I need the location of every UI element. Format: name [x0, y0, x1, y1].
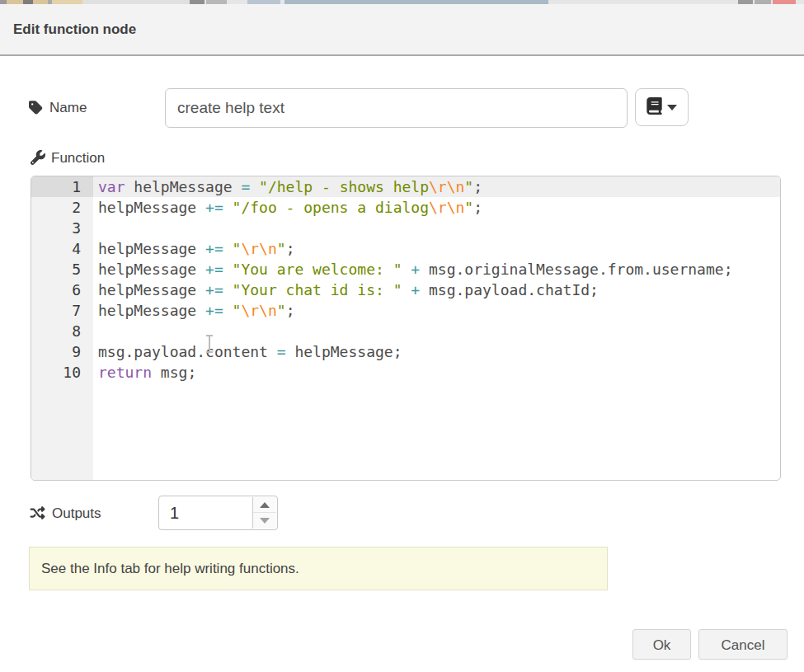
form-tip-text: See the Info tab for help writing functi…: [41, 561, 299, 577]
editor-code[interactable]: var helpMessage = "/help - shows help\r\…: [93, 176, 780, 480]
cancel-button[interactable]: Cancel: [698, 629, 788, 660]
code-line[interactable]: helpMessage += "Your chat id is: " + msg…: [93, 280, 780, 300]
gutter-line-number: 4: [31, 238, 93, 259]
spinner-up-button[interactable]: [253, 497, 276, 513]
name-label: Name: [49, 99, 87, 117]
gutter-line-number: 5: [31, 259, 93, 280]
gutter-line-number: 1: [31, 176, 93, 197]
arrow-down-icon: [260, 518, 270, 524]
code-line[interactable]: return msg;: [93, 362, 780, 383]
code-line[interactable]: helpMessage += "/foo - opens a dialog\r\…: [93, 197, 780, 218]
spinner-down-button[interactable]: [253, 513, 276, 529]
edit-function-dialog: Edit function node Name Function 1234567…: [0, 0, 804, 672]
wrench-icon: [31, 150, 45, 168]
code-editor[interactable]: 12345678910 var helpMessage = "/help - s…: [31, 176, 781, 481]
gutter-line-number: 9: [31, 341, 93, 362]
gutter-line-number: 8: [31, 321, 93, 341]
gutter-line-number: 2: [31, 197, 93, 218]
gutter-line-number: 3: [31, 218, 93, 238]
tag-icon: [29, 100, 45, 119]
arrow-up-icon: [260, 502, 270, 508]
function-label: Function: [51, 149, 105, 167]
gutter-line-number: 10: [31, 362, 93, 383]
library-button[interactable]: [635, 88, 689, 126]
gutter-line-number: 6: [31, 280, 93, 300]
name-input[interactable]: [165, 88, 628, 128]
code-line[interactable]: [93, 321, 780, 341]
code-line[interactable]: helpMessage += "You are welcome: " + msg…: [93, 259, 780, 280]
book-icon: [646, 97, 662, 118]
code-line[interactable]: helpMessage += "\r\n";: [93, 300, 780, 321]
gutter-line-number: 7: [31, 300, 93, 321]
dialog-title: Edit function node: [13, 4, 136, 54]
ok-button[interactable]: Ok: [632, 629, 691, 660]
form-tip: See the Info tab for help writing functi…: [29, 547, 608, 590]
code-line[interactable]: var helpMessage = "/help - shows help\r\…: [93, 176, 780, 197]
shuffle-icon: [29, 505, 46, 524]
caret-down-icon: [667, 105, 677, 110]
outputs-spinner: [158, 496, 278, 530]
outputs-label: Outputs: [52, 505, 101, 523]
editor-gutter: 12345678910: [31, 176, 93, 480]
dialog-header: Edit function node: [0, 4, 804, 56]
spinner-buttons: [252, 497, 276, 529]
outputs-input[interactable]: [170, 496, 236, 529]
code-line[interactable]: msg.payload.content = helpMessage;: [93, 341, 780, 362]
code-line[interactable]: [93, 218, 780, 238]
code-line[interactable]: helpMessage += "\r\n";: [93, 238, 780, 259]
